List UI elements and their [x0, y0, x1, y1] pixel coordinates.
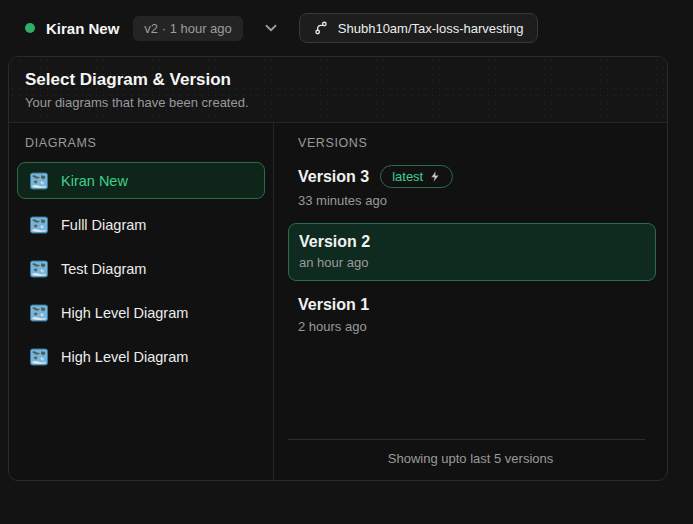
repo-button[interactable]: Shubh10am/Tax-loss-harvesting [299, 13, 538, 43]
world-map-icon [30, 348, 48, 366]
git-branch-icon [313, 20, 329, 36]
versions-column: VERSIONS Version 3 latest 33 minutes ago… [274, 123, 667, 480]
versions-header: VERSIONS [274, 136, 667, 150]
diagrams-column: DIAGRAMS Kiran New Fulll Diagram Test Di… [9, 123, 274, 480]
world-map-icon [30, 304, 48, 322]
version-item-1[interactable]: Version 1 2 hours ago [274, 296, 667, 334]
status-dot [25, 23, 35, 33]
diagram-item-kiran-new[interactable]: Kiran New [17, 162, 265, 199]
version-title: Version 2 [299, 233, 645, 251]
diagram-item-high-level-diagram-1[interactable]: High Level Diagram [17, 294, 265, 331]
lightning-bolt-icon [429, 170, 441, 183]
dialog-header: Select Diagram & Version Your diagrams t… [9, 57, 667, 123]
latest-badge: latest [380, 165, 453, 188]
version-chip[interactable]: v2 · 1 hour ago [133, 16, 242, 41]
version-title: Version 3 [298, 168, 369, 186]
world-map-icon [30, 172, 48, 190]
version-item-3[interactable]: Version 3 latest 33 minutes ago [274, 165, 667, 208]
versions-spacer [274, 334, 667, 439]
current-diagram-title[interactable]: Kiran New [46, 20, 119, 37]
diagram-version-dialog: Select Diagram & Version Your diagrams t… [8, 56, 668, 481]
version-item-2-selected[interactable]: Version 2 an hour ago [288, 223, 656, 281]
dialog-body: DIAGRAMS Kiran New Fulll Diagram Test Di… [9, 123, 667, 480]
versions-footer-note: Showing upto last 5 versions [274, 440, 667, 480]
version-time: 33 minutes ago [298, 193, 643, 208]
diagram-item-test-diagram[interactable]: Test Diagram [17, 250, 265, 287]
diagram-item-high-level-diagram-2[interactable]: High Level Diagram [17, 338, 265, 375]
diagram-item-label: Test Diagram [61, 261, 146, 277]
top-bar: Kiran New v2 · 1 hour ago Shubh10am/Tax-… [0, 0, 693, 56]
chevron-down-icon[interactable] [262, 19, 280, 37]
diagram-item-fulll-diagram[interactable]: Fulll Diagram [17, 206, 265, 243]
diagram-item-label: High Level Diagram [61, 305, 188, 321]
world-map-icon [30, 260, 48, 278]
dialog-title: Select Diagram & Version [25, 70, 651, 90]
version-time: 2 hours ago [298, 319, 643, 334]
latest-badge-label: latest [392, 169, 423, 184]
diagram-item-label: High Level Diagram [61, 349, 188, 365]
version-time: an hour ago [299, 255, 645, 270]
diagrams-header: DIAGRAMS [17, 136, 265, 150]
repo-label: Shubh10am/Tax-loss-harvesting [338, 21, 524, 36]
dialog-subtitle: Your diagrams that have been created. [25, 95, 651, 110]
diagram-item-label: Fulll Diagram [61, 217, 146, 233]
world-map-icon [30, 216, 48, 234]
diagram-item-label: Kiran New [61, 173, 128, 189]
version-title: Version 1 [298, 296, 643, 314]
